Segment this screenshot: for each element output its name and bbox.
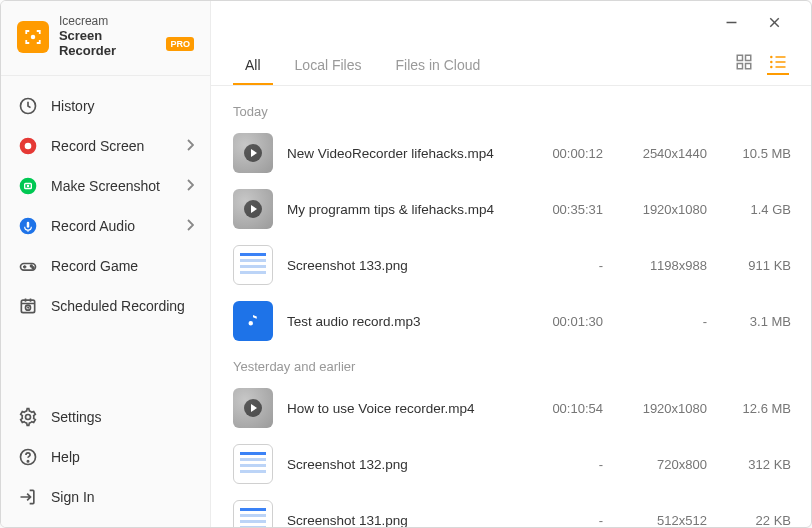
- sidebar-item-help[interactable]: Help: [1, 437, 210, 477]
- section-title: Today: [233, 104, 809, 119]
- sidebar-item-label: Make Screenshot: [51, 178, 160, 194]
- sidebar-item-label: Scheduled Recording: [51, 298, 185, 314]
- sidebar-item-record-audio[interactable]: Record Audio: [1, 206, 210, 246]
- tab-local-files[interactable]: Local Files: [283, 49, 374, 85]
- thumbnail[interactable]: [233, 500, 273, 527]
- sidebar-item-label: Settings: [51, 409, 102, 425]
- sidebar-item-label: History: [51, 98, 95, 114]
- sidebar-item-label: Record Game: [51, 258, 138, 274]
- file-name: How to use Voice recorder.mp4: [287, 401, 517, 416]
- file-duration: -: [531, 457, 603, 472]
- titlebar: [211, 1, 811, 43]
- sidebar-item-settings[interactable]: Settings: [1, 397, 210, 437]
- minimize-icon[interactable]: [723, 14, 740, 31]
- sidebar-item-scheduled-recording[interactable]: Scheduled Recording: [1, 286, 210, 326]
- list-icon: [768, 52, 788, 72]
- thumbnail[interactable]: [233, 245, 273, 285]
- file-size: 1.4 GB: [721, 202, 791, 217]
- sidebar-item-record-game[interactable]: Record Game: [1, 246, 210, 286]
- file-size: 911 KB: [721, 258, 791, 273]
- file-resolution: 1198x988: [617, 258, 707, 273]
- file-duration: -: [531, 258, 603, 273]
- file-duration: 00:00:12: [531, 146, 603, 161]
- chevron-right-icon: [186, 178, 194, 194]
- main-area: AllLocal FilesFiles in Cloud Today New V…: [211, 1, 811, 527]
- svg-point-0: [31, 35, 36, 40]
- window-controls: [723, 14, 789, 31]
- app-window: Icecream Screen Recorder PRO History Rec…: [0, 0, 812, 528]
- file-name: My programm tips & lifehacks.mp4: [287, 202, 517, 217]
- list-view-button[interactable]: [767, 53, 789, 75]
- file-name: Screenshot 132.png: [287, 457, 517, 472]
- brand-logo: [17, 21, 49, 53]
- file-row[interactable]: How to use Voice recorder.mp4 00:10:54 1…: [233, 380, 809, 436]
- file-name: Test audio record.mp3: [287, 314, 517, 329]
- camera-frame-icon: [24, 28, 42, 46]
- file-resolution: -: [617, 314, 707, 329]
- grid-view-button[interactable]: [733, 53, 755, 75]
- sidebar-item-label: Sign In: [51, 489, 95, 505]
- brand-top: Icecream: [59, 15, 194, 29]
- svg-point-6: [27, 184, 30, 187]
- tab-all[interactable]: All: [233, 49, 273, 85]
- svg-point-3: [25, 142, 32, 149]
- sidebar-item-record-screen[interactable]: Record Screen: [1, 126, 210, 166]
- file-row[interactable]: Screenshot 131.png - 512x512 22 KB: [233, 492, 809, 527]
- thumbnail[interactable]: [233, 388, 273, 428]
- play-icon: [244, 144, 262, 162]
- sidebar-item-sign-in[interactable]: Sign In: [1, 477, 210, 517]
- nav-main: History Record Screen Make Screenshot Re…: [1, 80, 210, 326]
- file-name: Screenshot 133.png: [287, 258, 517, 273]
- file-size: 10.5 MB: [721, 146, 791, 161]
- file-row[interactable]: My programm tips & lifehacks.mp4 00:35:3…: [233, 181, 809, 237]
- signin-icon: [17, 486, 39, 508]
- svg-point-26: [770, 61, 773, 64]
- thumbnail[interactable]: [233, 444, 273, 484]
- file-duration: -: [531, 513, 603, 528]
- svg-rect-20: [737, 55, 742, 60]
- thumbnail[interactable]: [233, 189, 273, 229]
- file-resolution: 720x800: [617, 457, 707, 472]
- svg-rect-8: [27, 222, 30, 228]
- sidebar-item-label: Record Audio: [51, 218, 135, 234]
- settings-icon: [17, 406, 39, 428]
- record-game-icon: [17, 255, 39, 277]
- sidebar-item-label: Help: [51, 449, 80, 465]
- history-icon: [17, 95, 39, 117]
- record-audio-icon: [17, 215, 39, 237]
- sidebar-item-label: Record Screen: [51, 138, 144, 154]
- sidebar: Icecream Screen Recorder PRO History Rec…: [1, 1, 211, 527]
- file-name: New VideoRecorder lifehacks.mp4: [287, 146, 517, 161]
- record-screen-icon: [17, 135, 39, 157]
- file-resolution: 1920x1080: [617, 401, 707, 416]
- section-title: Yesterday and earlier: [233, 359, 809, 374]
- brand-text: Icecream Screen Recorder PRO: [59, 15, 194, 59]
- thumbnail[interactable]: [233, 133, 273, 173]
- chevron-right-icon: [186, 138, 194, 154]
- tabs-row: AllLocal FilesFiles in Cloud: [211, 43, 811, 86]
- sidebar-item-make-screenshot[interactable]: Make Screenshot: [1, 166, 210, 206]
- content: Icecream Screen Recorder PRO History Rec…: [1, 1, 811, 527]
- brand: Icecream Screen Recorder PRO: [1, 1, 210, 71]
- file-row[interactable]: Screenshot 133.png - 1198x988 911 KB: [233, 237, 809, 293]
- file-row[interactable]: New VideoRecorder lifehacks.mp4 00:00:12…: [233, 125, 809, 181]
- file-list[interactable]: Today New VideoRecorder lifehacks.mp4 00…: [211, 86, 811, 527]
- thumbnail[interactable]: [233, 301, 273, 341]
- tab-files-in-cloud[interactable]: Files in Cloud: [383, 49, 492, 85]
- svg-point-11: [32, 267, 34, 269]
- tabs: AllLocal FilesFiles in Cloud: [233, 49, 502, 85]
- file-name: Screenshot 131.png: [287, 513, 517, 528]
- play-icon: [244, 399, 262, 417]
- svg-point-16: [27, 461, 28, 462]
- svg-point-14: [26, 415, 31, 420]
- file-row[interactable]: Screenshot 132.png - 720x800 312 KB: [233, 436, 809, 492]
- svg-rect-23: [746, 64, 751, 69]
- svg-point-28: [770, 66, 773, 69]
- close-icon[interactable]: [766, 14, 783, 31]
- brand-name: Screen Recorder: [59, 29, 163, 59]
- svg-rect-21: [746, 55, 751, 60]
- file-row[interactable]: Test audio record.mp3 00:01:30 - 3.1 MB: [233, 293, 809, 349]
- sidebar-item-history[interactable]: History: [1, 86, 210, 126]
- divider: [1, 75, 210, 76]
- grid-icon: [735, 53, 753, 71]
